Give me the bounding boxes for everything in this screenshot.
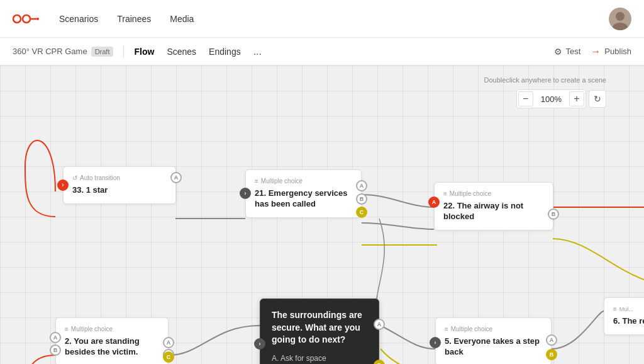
zoom-hint: Doubleclick anywhere to create a scene [484,76,606,84]
svg-point-0 [13,15,21,23]
dot-b-5[interactable]: B [546,349,557,360]
logo [13,12,40,26]
card-6[interactable]: ≡ Mul... 6. The respo... [604,297,644,335]
dot-input-21[interactable]: › [240,188,251,199]
dot-b-21[interactable]: B [356,193,367,205]
dot-output-a-2[interactable]: A [163,337,174,348]
draft-badge: Draft [91,47,114,57]
nav-divider [123,45,124,58]
dot-a-22-left[interactable]: A [428,196,440,208]
card-21[interactable]: ≡ Multiple choice 21. Emergency services… [245,169,362,218]
test-button[interactable]: ⚙ Test [554,47,581,57]
zoom-bar: − 100% + [516,89,586,108]
dot-a-5[interactable]: A [546,334,557,346]
multiple-choice-icon-21: ≡ [255,178,258,185]
tab-scenes[interactable]: Scenes [167,47,196,57]
dot-input-5[interactable]: › [430,337,441,348]
user-avatar[interactable] [609,8,631,30]
dot-c-21[interactable]: C [356,207,367,218]
card-33-title: 33. 1 star [72,185,167,196]
publish-arrow-icon: → [591,46,601,57]
zoom-in-button[interactable]: + [569,91,584,106]
card-5-type: ≡ Multiple choice [445,326,542,333]
card-6-title: 6. The respo... [613,316,644,327]
breadcrumb-title: 360° VR CPR Game [13,47,87,56]
nav-media[interactable]: Media [170,14,194,24]
dot-a-33[interactable]: A [170,172,182,183]
selected-card-title: The surroundings are secure. What are yo… [272,309,367,346]
nav-scenarios[interactable]: Scenarios [59,14,98,24]
card-21-type: ≡ Multiple choice [255,178,352,185]
dot-b-2: B [50,344,61,356]
tab-flow[interactable]: Flow [134,47,154,57]
refresh-button[interactable]: ↻ [589,90,606,108]
card-21-title: 21. Emergency services has been called [255,188,352,210]
dot-input-selected[interactable]: › [254,338,265,350]
card-22-title: 22. The airway is not blocked [443,201,544,222]
multiple-choice-icon-22: ≡ [443,190,447,197]
card-5-title: 5. Everyone takes a step back [445,336,542,358]
sub-nav-right: ⚙ Test → Publish [554,46,631,57]
card-6-type: ≡ Mul... [613,305,644,312]
top-nav: Scenarios Trainees Media [0,0,644,38]
flow-canvas[interactable]: ↺ Auto transition 33. 1 star › A ≡ Multi… [0,65,644,364]
card-22[interactable]: ≡ Multiple choice 22. The airway is not … [434,182,553,230]
dot-a-2[interactable]: A [50,332,61,343]
publish-button[interactable]: → Publish [591,46,631,57]
card-2[interactable]: ≡ Multiple choice 2. You are standing be… [55,317,169,364]
card-33[interactable]: ↺ Auto transition 33. 1 star › A [63,166,176,204]
zoom-out-button[interactable]: − [518,91,533,106]
multiple-choice-icon-6: ≡ [613,305,617,312]
test-label: Test [566,47,581,56]
card-selected[interactable]: The surroundings are secure. What are yo… [260,299,379,364]
card-2-type: ≡ Multiple choice [65,326,159,333]
publish-label: Publish [604,47,631,56]
card-22-type: ≡ Multiple choice [443,190,544,197]
dot-a-selected[interactable]: A [374,319,385,330]
card-5[interactable]: ≡ Multiple choice 5. Everyone takes a st… [435,317,552,364]
svg-point-1 [23,15,30,23]
dot-output-c-2[interactable]: C [163,351,174,363]
multiple-choice-icon-2: ≡ [65,326,69,333]
svg-point-3 [36,18,39,20]
test-icon: ⚙ [554,47,562,57]
dot-a-33-left[interactable]: › [57,179,69,191]
tab-endings[interactable]: Endings [209,47,241,57]
auto-transition-icon: ↺ [72,174,77,181]
svg-point-5 [616,12,625,21]
dot-b-selected[interactable]: B [374,360,385,364]
option-a[interactable]: A. Ask for space [272,354,367,363]
zoom-controls: Doubleclick anywhere to create a scene −… [484,76,606,108]
card-33-type: ↺ Auto transition [72,174,167,181]
dot-a-21[interactable]: A [356,180,367,191]
card-2-title: 2. You are standing besides the victim. [65,336,159,358]
sub-nav: 360° VR CPR Game Draft Flow Scenes Endin… [0,38,644,65]
multiple-choice-icon-5: ≡ [445,326,448,333]
dot-b-22[interactable]: B [548,208,559,220]
nav-trainees[interactable]: Trainees [117,14,151,24]
zoom-value: 100% [536,94,567,104]
more-options[interactable]: ... [253,46,262,57]
